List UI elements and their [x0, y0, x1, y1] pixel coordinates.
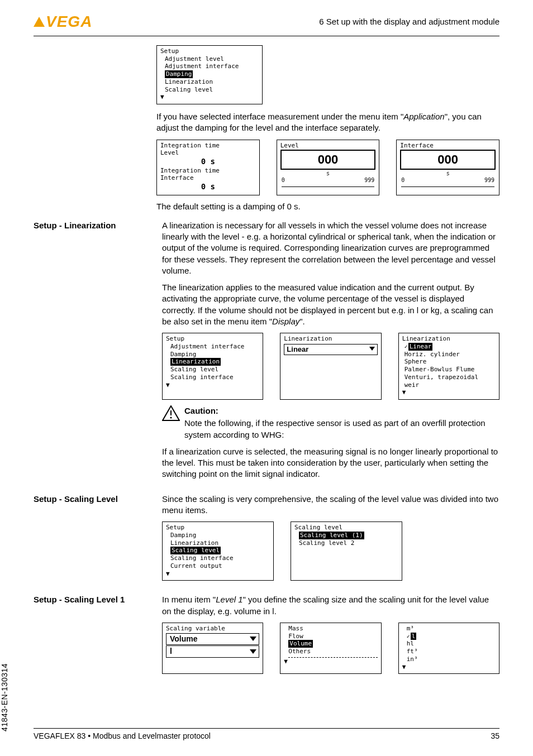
lcd-unit: s — [400, 170, 496, 178]
lcd-setup-scaling: Setup Damping Linearization Scaling leve… — [162, 521, 274, 581]
lcd-line: Adjustment interface — [170, 343, 259, 351]
lcd-linearization-list: Linearization Linear Horiz. cylinder Sph… — [398, 333, 499, 400]
down-arrow-icon: ▼ — [402, 389, 496, 396]
lcd-line: Mass — [288, 625, 377, 633]
document-side-code: 41843-EN-130314 — [0, 663, 10, 731]
section-linearization: Setup - Linearization — [34, 220, 162, 486]
paragraph-scale1: In menu item "Level 1" you define the sc… — [162, 594, 499, 617]
header-divider — [34, 36, 499, 36]
down-arrow-icon: ▼ — [166, 570, 270, 578]
down-arrow-icon: ▼ — [166, 381, 259, 389]
lcd-line: Current output — [170, 562, 270, 570]
lcd-title: Scaling level — [294, 524, 398, 532]
lcd-line: Integration time — [160, 167, 256, 175]
lcd-interface: Interface 000 s 0999 — [396, 140, 499, 195]
lcd-highlight: Scaling level — [170, 547, 221, 554]
lcd-line: Linearization — [170, 539, 270, 547]
lcd-variable-list: Mass Flow Volume Others ▼ — [280, 623, 381, 674]
lcd-line: Flow — [288, 633, 377, 640]
lcd-line: Adjustment interface — [165, 63, 259, 70]
chevron-down-icon — [369, 347, 375, 351]
lcd-line: ft³ — [407, 648, 496, 655]
lcd-setup-linearization: Setup Adjustment interface Damping Linea… — [162, 333, 263, 400]
chevron-down-icon — [250, 649, 256, 654]
svg-point-2 — [170, 417, 172, 418]
lcd-line: in³ — [407, 655, 496, 663]
lcd-value: 0 s — [160, 157, 256, 167]
logo-triangle-icon — [34, 17, 45, 27]
footer: VEGAFLEX 83 • Modbus and Levelmaster pro… — [34, 728, 499, 741]
lcd-line: Sphere — [404, 358, 496, 366]
lcd-line: Palmer-Bowlus Flume — [404, 366, 496, 374]
lcd-highlight: Linear — [408, 343, 433, 351]
chevron-down-icon — [250, 637, 256, 641]
lcd-line: Interface — [400, 142, 496, 150]
paragraph-default: The default setting is a damping of 0 s. — [156, 201, 499, 212]
lcd-highlight: Linearization — [170, 358, 221, 366]
caution-heading: Caution: — [184, 406, 218, 415]
lcd-highlight: Damping — [165, 70, 193, 78]
check-icon — [404, 343, 408, 350]
paragraph-lin-1: A linearization is necessary for all ves… — [162, 220, 499, 276]
dropdown[interactable]: Linear — [284, 344, 377, 355]
lcd-line: Interface — [160, 174, 256, 182]
lcd-highlight: Scaling level (1) — [299, 532, 364, 539]
caution-icon — [162, 405, 180, 421]
lcd-unit-list: m³ l hl ft³ in³ ▼ — [398, 623, 499, 674]
header-section: 6 Set up with the display and adjustment… — [92, 16, 499, 27]
footer-text: VEGAFLEX 83 • Modbus and Levelmaster pro… — [34, 731, 491, 741]
lcd-big-value: 000 — [280, 150, 376, 170]
dropdown-value: Volume — [168, 634, 249, 644]
lcd-title: Scaling variable — [166, 625, 259, 633]
lcd-line: Linearization — [165, 78, 259, 86]
lcd-line: Scaling interface — [170, 374, 259, 381]
paragraph-application: If you have selected interface measureme… — [156, 111, 499, 134]
lcd-line: Level — [280, 142, 376, 150]
lcd-level: Level 000 s 0999 — [277, 140, 380, 195]
lcd-highlight: l — [411, 633, 417, 640]
lcd-linearization-select: Linearization Linear — [280, 333, 381, 400]
lcd-title: Linearization — [402, 335, 496, 343]
caution-p2: If a linearization curve is selected, th… — [162, 446, 499, 480]
down-arrow-icon: ▼ — [402, 663, 496, 671]
lcd-line: Integration time — [160, 142, 256, 150]
caution-p1: Note the following, if the respective se… — [184, 418, 499, 441]
lcd-line: Scaling level — [170, 366, 259, 374]
paragraph-lin-2: The linearization applies to the measure… — [162, 282, 499, 327]
lcd-line: Level — [160, 149, 256, 157]
lcd-line: Others — [288, 648, 377, 655]
lcd-line: m³ — [407, 625, 496, 633]
lcd-line: Damping — [170, 532, 270, 539]
dropdown-value: l — [168, 647, 249, 657]
dropdown-value: Linear — [285, 345, 368, 354]
section-scaling-level: Setup - Scaling Level — [34, 494, 162, 587]
lcd-integration-time: Integration time Level 0 s Integration t… — [156, 140, 260, 195]
lcd-scaling-variable: Scaling variable Volume l — [162, 623, 263, 674]
paragraph-scale: Since the scaling is very comprehensive,… — [162, 494, 499, 516]
lcd-value: 0 s — [160, 182, 256, 192]
lcd-scaling-level-list: Scaling level Scaling level (1) Scaling … — [291, 521, 402, 581]
lcd-big-value: 000 — [400, 150, 496, 170]
dropdown-unit[interactable]: l — [166, 645, 259, 658]
page-number: 35 — [491, 731, 499, 741]
check-icon — [407, 633, 411, 640]
lcd-line: Venturi, trapezoidal weir — [404, 374, 496, 389]
lcd-line: Horiz. cylinder — [404, 351, 496, 358]
lcd-title: Setup — [166, 524, 270, 532]
down-arrow-icon: ▼ — [284, 658, 377, 666]
lcd-line: Damping — [170, 351, 259, 358]
lcd-line: Scaling interface — [170, 554, 270, 562]
logo-text: VEGA — [46, 11, 92, 32]
lcd-title: Setup — [166, 335, 259, 343]
lcd-title: Linearization — [284, 335, 377, 343]
lcd-setup-damping: Setup Adjustment level Adjustment interf… — [156, 45, 263, 104]
dropdown-volume[interactable]: Volume — [166, 633, 259, 645]
lcd-line: hl — [407, 640, 496, 648]
lcd-line: Adjustment level — [165, 55, 259, 63]
down-arrow-icon: ▼ — [160, 93, 259, 101]
lcd-unit: s — [280, 170, 376, 178]
lcd-line: Scaling level — [165, 86, 259, 94]
lcd-line: Scaling level 2 — [299, 539, 398, 547]
section-scaling-level-1: Setup - Scaling Level 1 — [34, 594, 162, 680]
vega-logo: VEGA — [34, 11, 92, 32]
